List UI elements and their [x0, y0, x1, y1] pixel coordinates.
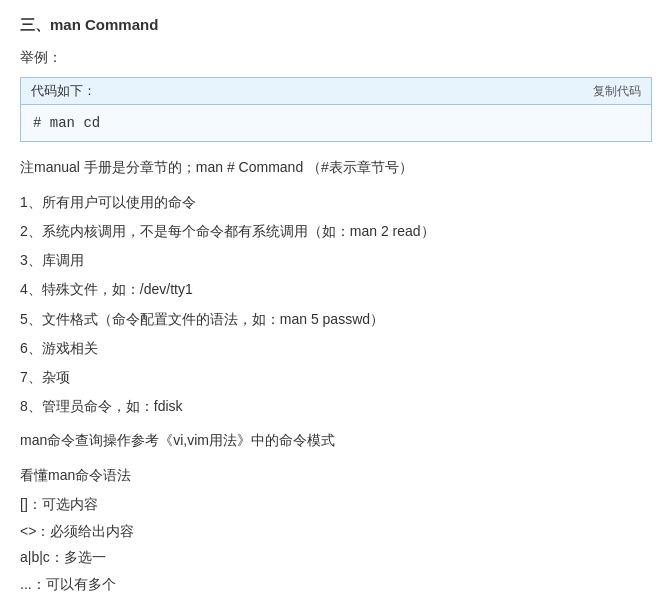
manual-note: 注manual 手册是分章节的；man # Command （#表示章节号）: [20, 156, 652, 180]
chapter-7: 7、杂项: [20, 365, 652, 390]
syntax-title: 看懂man命令语法: [20, 467, 652, 485]
chapter-6: 6、游戏相关: [20, 336, 652, 361]
chapter-list: 1、所有用户可以使用的命令 2、系统内核调用，不是每个命令都有系统调用（如：ma…: [20, 190, 652, 420]
code-block-header-label: 代码如下：: [31, 82, 96, 100]
chapter-3: 3、库调用: [20, 248, 652, 273]
syntax-item-1: []：可选内容: [20, 491, 652, 518]
chapter-8: 8、管理员命令，如：fdisk: [20, 394, 652, 419]
section-title: 三、man Command: [20, 16, 652, 35]
syntax-item-3: a|b|c：多选一: [20, 544, 652, 571]
code-content: # man cd: [21, 105, 651, 141]
code-block-header: 代码如下： 复制代码: [21, 78, 651, 105]
chapter-1: 1、所有用户可以使用的命令: [20, 190, 652, 215]
reference-note: man命令查询操作参考《vi,vim用法》中的命令模式: [20, 429, 652, 453]
example-label: 举例：: [20, 49, 652, 67]
code-block: 代码如下： 复制代码 # man cd: [20, 77, 652, 142]
syntax-item-2: <>：必须给出内容: [20, 518, 652, 545]
chapter-4: 4、特殊文件，如：/dev/tty1: [20, 277, 652, 302]
syntax-list: []：可选内容 <>：必须给出内容 a|b|c：多选一 ...：可以有多个: [20, 491, 652, 597]
copy-button[interactable]: 复制代码: [593, 83, 641, 100]
chapter-2: 2、系统内核调用，不是每个命令都有系统调用（如：man 2 read）: [20, 219, 652, 244]
syntax-item-4: ...：可以有多个: [20, 571, 652, 598]
chapter-5: 5、文件格式（命令配置文件的语法，如：man 5 passwd）: [20, 307, 652, 332]
